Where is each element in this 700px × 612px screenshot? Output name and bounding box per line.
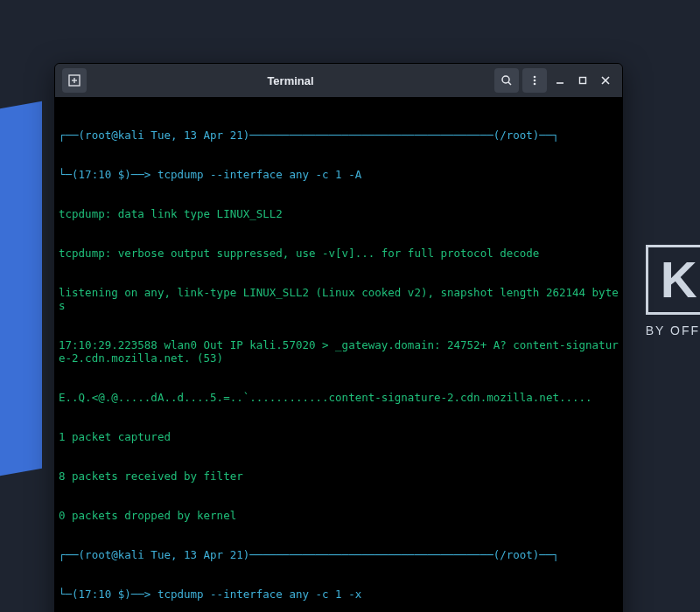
svg-point-5 [534, 76, 536, 79]
search-button[interactable] [494, 68, 519, 93]
output-line: tcpdump: data link type LINUX_SLL2 [59, 207, 619, 220]
terminal-window: Terminal ┌──(root@kali Tue, 13 Apr 21)──… [54, 63, 623, 612]
output-line: E..Q.<@.@.....dA..d....5.=..`...........… [59, 391, 619, 404]
svg-point-7 [534, 83, 536, 86]
prompt-line: ┌──(root@kali Tue, 13 Apr 21)───────────… [59, 548, 619, 561]
output-line: 17:10:29.223588 wlan0 Out IP kali.57020 … [59, 338, 619, 365]
prompt-line: ┌──(root@kali Tue, 13 Apr 21)───────────… [59, 129, 619, 142]
maximize-button[interactable] [573, 68, 592, 93]
desktop-logo: K BY OFF [646, 245, 700, 337]
new-tab-button[interactable] [62, 68, 87, 93]
desktop-accent [0, 101, 42, 476]
window-title: Terminal [88, 74, 493, 87]
prompt-line: └─(17:10 $)──> tcpdump --interface any -… [59, 588, 619, 601]
terminal-body[interactable]: ┌──(root@kali Tue, 13 Apr 21)───────────… [55, 97, 622, 612]
desktop-logo-letter: K [646, 245, 700, 315]
close-button[interactable] [596, 68, 615, 93]
prompt-line: └─(17:10 $)──> tcpdump --interface any -… [59, 168, 619, 181]
output-line: listening on any, link-type LINUX_SLL2 (… [59, 286, 619, 312]
output-line: tcpdump: verbose output suppressed, use … [59, 247, 619, 260]
svg-rect-9 [580, 78, 586, 84]
svg-point-6 [534, 80, 536, 82]
minimize-button[interactable] [550, 68, 570, 93]
svg-point-3 [502, 76, 509, 83]
menu-button[interactable] [522, 68, 547, 93]
output-line: 8 packets received by filter [59, 469, 619, 483]
titlebar: Terminal [55, 64, 622, 97]
desktop-logo-sub: BY OFF [646, 323, 700, 337]
svg-line-4 [508, 82, 511, 85]
output-line: 0 packets dropped by kernel [59, 509, 619, 522]
output-line: 1 packet captured [59, 430, 619, 443]
